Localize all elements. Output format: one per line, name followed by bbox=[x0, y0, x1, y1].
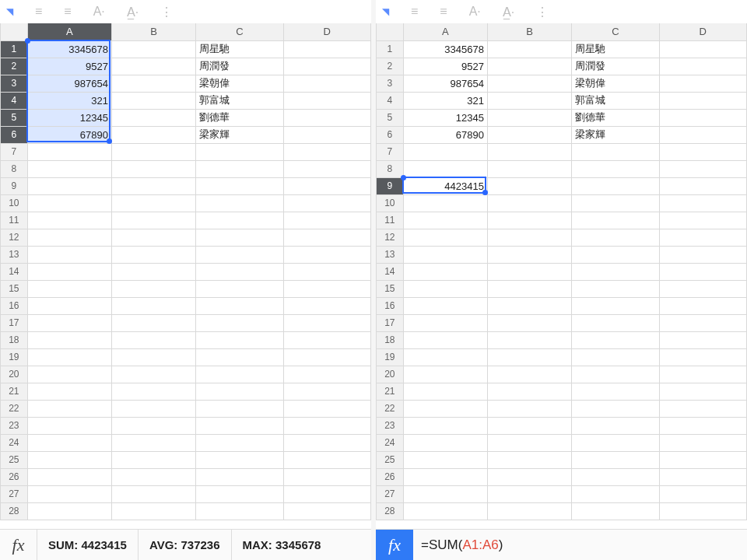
cell-D18[interactable] bbox=[283, 331, 370, 348]
cell-A2[interactable]: 9527 bbox=[27, 58, 111, 75]
fx-icon[interactable]: fx bbox=[0, 530, 37, 560]
fx-icon[interactable]: fx bbox=[376, 530, 413, 560]
cell-B18[interactable] bbox=[487, 331, 571, 348]
row-header[interactable]: 22 bbox=[1, 400, 28, 417]
cell-D27[interactable] bbox=[659, 485, 746, 502]
cell-B6[interactable] bbox=[487, 126, 571, 143]
cell-C21[interactable] bbox=[196, 383, 283, 400]
cell-D22[interactable] bbox=[659, 400, 746, 417]
row-header[interactable]: 25 bbox=[1, 451, 28, 468]
cell-D27[interactable] bbox=[283, 485, 370, 502]
align-icon[interactable]: ≡ bbox=[440, 5, 447, 19]
cell-B21[interactable] bbox=[487, 383, 571, 400]
cell-B25[interactable] bbox=[487, 451, 571, 468]
row-header[interactable]: 15 bbox=[377, 280, 404, 297]
align-icon[interactable]: ≡ bbox=[64, 5, 71, 19]
cell-C3[interactable]: 梁朝偉 bbox=[196, 75, 283, 92]
cell-A4[interactable]: 321 bbox=[403, 92, 487, 109]
cell-C4[interactable]: 郭富城 bbox=[572, 92, 659, 109]
row-header[interactable]: 1 bbox=[1, 40, 28, 58]
cell-B17[interactable] bbox=[111, 314, 195, 331]
cell-D7[interactable] bbox=[283, 143, 370, 160]
cell-B22[interactable] bbox=[111, 400, 195, 417]
cell-B28[interactable] bbox=[111, 502, 195, 520]
row-header[interactable]: 26 bbox=[377, 468, 404, 485]
cell-A1[interactable]: 3345678 bbox=[27, 40, 111, 58]
cell-A17[interactable] bbox=[403, 314, 487, 331]
cell-A24[interactable] bbox=[27, 434, 111, 451]
cell-C7[interactable] bbox=[196, 143, 283, 160]
cell-A3[interactable]: 987654 bbox=[403, 75, 487, 92]
cell-D6[interactable] bbox=[283, 126, 370, 143]
cell-B24[interactable] bbox=[487, 434, 571, 451]
column-header-A[interactable]: A bbox=[403, 23, 487, 40]
cell-A22[interactable] bbox=[403, 400, 487, 417]
cell-C25[interactable] bbox=[196, 451, 283, 468]
cell-D20[interactable] bbox=[659, 366, 746, 383]
row-header[interactable]: 6 bbox=[377, 126, 404, 143]
cell-A8[interactable] bbox=[27, 160, 111, 177]
chevron-down-icon[interactable]: ◥ bbox=[6, 6, 13, 17]
cell-D3[interactable] bbox=[659, 75, 746, 92]
cell-A3[interactable]: 987654 bbox=[27, 75, 111, 92]
cell-A17[interactable] bbox=[27, 314, 111, 331]
cell-B10[interactable] bbox=[111, 194, 195, 212]
sheet-area[interactable]: ABCD13345678周星馳29527周潤發3987654梁朝偉4321郭富城… bbox=[376, 23, 747, 529]
row-header[interactable]: 16 bbox=[377, 297, 404, 314]
cell-D19[interactable] bbox=[283, 348, 370, 366]
cell-D17[interactable] bbox=[659, 314, 746, 331]
cell-A15[interactable] bbox=[27, 280, 111, 297]
cell-A7[interactable] bbox=[403, 143, 487, 160]
cell-C9[interactable] bbox=[196, 177, 283, 194]
cell-C17[interactable] bbox=[196, 314, 283, 331]
cell-D28[interactable] bbox=[283, 502, 370, 520]
cell-A20[interactable] bbox=[27, 366, 111, 383]
cell-B17[interactable] bbox=[487, 314, 571, 331]
cell-D4[interactable] bbox=[659, 92, 746, 109]
cell-D26[interactable] bbox=[659, 468, 746, 485]
cell-C27[interactable] bbox=[196, 485, 283, 502]
cell-C25[interactable] bbox=[572, 451, 659, 468]
cell-A28[interactable] bbox=[27, 502, 111, 520]
text-style-icon[interactable]: A̲· bbox=[503, 5, 514, 19]
cell-A2[interactable]: 9527 bbox=[403, 58, 487, 75]
cell-A26[interactable] bbox=[403, 468, 487, 485]
row-header[interactable]: 24 bbox=[1, 434, 28, 451]
cell-A6[interactable]: 67890 bbox=[27, 126, 111, 143]
cell-A13[interactable] bbox=[403, 246, 487, 263]
cell-C1[interactable]: 周星馳 bbox=[196, 40, 283, 58]
cell-A25[interactable] bbox=[27, 451, 111, 468]
font-size-icon[interactable]: A· bbox=[469, 5, 481, 19]
align-icon[interactable]: ≡ bbox=[35, 5, 42, 19]
cell-B20[interactable] bbox=[487, 366, 571, 383]
cell-D5[interactable] bbox=[283, 109, 370, 126]
cell-C7[interactable] bbox=[572, 143, 659, 160]
sheet-area[interactable]: ABCD13345678周星馳29527周潤發3987654梁朝偉4321郭富城… bbox=[0, 23, 371, 529]
row-header[interactable]: 13 bbox=[1, 246, 28, 263]
row-header[interactable]: 19 bbox=[377, 348, 404, 366]
cell-A11[interactable] bbox=[27, 212, 111, 229]
cell-C24[interactable] bbox=[572, 434, 659, 451]
cell-B5[interactable] bbox=[487, 109, 571, 126]
row-header[interactable]: 4 bbox=[377, 92, 404, 109]
more-icon[interactable]: ⋮ bbox=[536, 5, 549, 19]
cell-C5[interactable]: 劉德華 bbox=[572, 109, 659, 126]
cell-A16[interactable] bbox=[27, 297, 111, 314]
row-header[interactable]: 21 bbox=[377, 383, 404, 400]
cell-C12[interactable] bbox=[572, 229, 659, 246]
cell-D7[interactable] bbox=[659, 143, 746, 160]
row-header[interactable]: 12 bbox=[377, 229, 404, 246]
cell-D11[interactable] bbox=[659, 212, 746, 229]
cell-D16[interactable] bbox=[659, 297, 746, 314]
column-header-C[interactable]: C bbox=[196, 23, 283, 40]
cell-C26[interactable] bbox=[196, 468, 283, 485]
cell-D19[interactable] bbox=[659, 348, 746, 366]
cell-A8[interactable] bbox=[403, 160, 487, 177]
cell-B26[interactable] bbox=[487, 468, 571, 485]
cell-A14[interactable] bbox=[27, 263, 111, 280]
cell-D25[interactable] bbox=[283, 451, 370, 468]
cell-C15[interactable] bbox=[196, 280, 283, 297]
row-header[interactable]: 28 bbox=[1, 502, 28, 520]
row-header[interactable]: 13 bbox=[377, 246, 404, 263]
row-header[interactable]: 11 bbox=[377, 212, 404, 229]
